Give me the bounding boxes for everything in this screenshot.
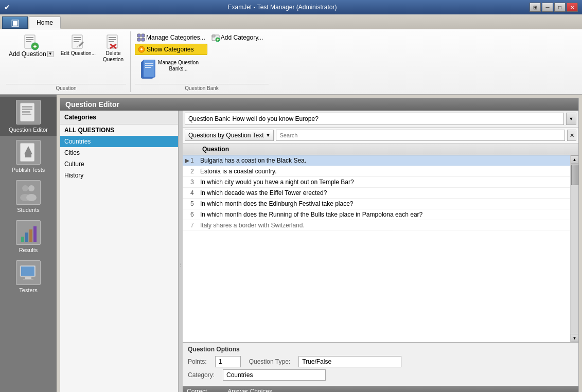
search-clear-button[interactable]: ✕ [567, 130, 576, 141]
category-input[interactable] [223, 369, 326, 381]
row-num: 3 [185, 179, 200, 186]
svg-point-44 [22, 185, 28, 191]
add-category-button[interactable]: Add Category... [209, 32, 266, 43]
add-question-button[interactable]: Add Question ▼ [6, 32, 56, 59]
svg-rect-2 [26, 39, 33, 40]
type-label: Question Type: [249, 358, 291, 365]
svg-rect-10 [74, 41, 79, 42]
manage-categories-label: Manage Categories... [146, 34, 205, 41]
filter-bar: Questions by Question Text ▼ ✕ [183, 128, 578, 144]
categories-title: Categories [60, 111, 178, 124]
close-btn[interactable]: ✕ [567, 3, 578, 12]
svg-point-45 [28, 185, 34, 191]
row-text: In which month does the Edinburgh Festiv… [200, 200, 568, 207]
category-cities[interactable]: Cities [60, 147, 178, 158]
sidebar-item-testers[interactable]: Testers [0, 257, 57, 296]
category-culture[interactable]: Culture [60, 158, 178, 170]
publish-tests-icon [16, 140, 41, 165]
scroll-down-btn[interactable]: ▼ [571, 334, 579, 342]
maximize-btn[interactable]: □ [554, 3, 566, 12]
svg-rect-8 [74, 37, 81, 38]
add-question-icon [23, 34, 39, 50]
delete-question-button[interactable]: DeleteQuestion [100, 32, 126, 64]
ribbon-group-question: Add Question ▼ [2, 31, 131, 92]
search-input[interactable] [276, 130, 565, 141]
manage-qb-icon [137, 60, 158, 80]
table-row[interactable]: 4 In which decade was the Eiffel Tower e… [183, 188, 570, 199]
testers-icon [16, 260, 41, 285]
ribbon-tab-home[interactable]: Home [29, 16, 61, 29]
svg-rect-37 [22, 106, 32, 108]
resize-handle[interactable]: ⋮ [179, 111, 183, 392]
row-text: Estonia is a coastal country. [200, 168, 568, 175]
scroll-track[interactable] [571, 164, 578, 334]
svg-rect-19 [137, 34, 140, 37]
results-icon [16, 220, 41, 245]
ribbon-content: Add Question ▼ [0, 29, 582, 94]
svg-rect-54 [25, 277, 31, 279]
filter-select[interactable]: Questions by Question Text ▼ [185, 130, 274, 141]
titlebar-grid-btn[interactable]: ⊞ [530, 3, 541, 12]
svg-rect-21 [137, 38, 140, 41]
svg-rect-15 [109, 39, 116, 40]
content-area: Question Editor Categories ALL QUESTIONS… [57, 95, 582, 392]
points-label: Points: [188, 358, 207, 365]
category-all[interactable]: ALL QUESTIONS [60, 124, 178, 136]
edit-question-icon [70, 34, 86, 50]
row-text: In which month does the Running of the B… [200, 211, 568, 218]
points-input[interactable] [215, 356, 241, 367]
qb-dropdown[interactable]: Question Bank: How well do you know Euro… [185, 113, 564, 125]
manage-qb-button[interactable]: Manage QuestionBanks... [135, 57, 201, 82]
svg-rect-33 [145, 63, 153, 64]
sidebar-item-students[interactable]: Students [0, 177, 57, 216]
svg-rect-40 [22, 114, 31, 115]
minimize-btn[interactable]: ─ [542, 3, 553, 12]
row-num: ▶ 1 [185, 157, 200, 164]
sidebar-item-results[interactable]: Results [0, 217, 57, 256]
svg-rect-26 [212, 35, 215, 37]
ribbon-app-button[interactable]: ▣ [2, 16, 28, 29]
scroll-thumb[interactable] [571, 165, 578, 185]
edit-question-button[interactable]: Edit Question... [58, 32, 98, 58]
table-row[interactable]: 5 In which month does the Edinburgh Fest… [183, 199, 570, 209]
table-row[interactable]: 2 Estonia is a coastal country. [183, 166, 570, 177]
table-row[interactable]: 3 In which city would you have a night o… [183, 177, 570, 188]
add-question-dropdown[interactable]: ▼ [47, 51, 54, 57]
category-countries[interactable]: Countries [60, 136, 178, 147]
type-input[interactable] [298, 356, 401, 367]
questions-scrollbar[interactable]: ▲ ▼ [570, 155, 578, 342]
row-num: 4 [185, 189, 200, 197]
edit-question-label: Edit Question... [61, 50, 96, 57]
add-category-label: Add Category... [221, 34, 263, 41]
table-row[interactable]: 7 Italy shares a border with Switzerland… [183, 220, 570, 231]
qbank-group-label: Question Bank [135, 84, 269, 91]
sidebar-item-question-editor[interactable]: Question Editor [0, 97, 57, 136]
svg-rect-53 [21, 266, 34, 276]
ribbon-group-qbank: Manage Categories... Show Categories [131, 31, 273, 92]
svg-rect-29 [217, 39, 218, 41]
ribbon-tabs: ▣ Home [0, 14, 582, 29]
table-row[interactable]: ▶ 1 Bulgaria has a coast on the Black Se… [183, 155, 570, 166]
table-row[interactable]: 6 In which month does the Running of the… [183, 209, 570, 220]
show-categories-button[interactable]: Show Categories [135, 44, 207, 55]
delete-question-label: DeleteQuestion [103, 50, 124, 63]
question-group-label: Question [6, 84, 126, 91]
students-icon [16, 180, 41, 205]
testers-label: Testers [19, 287, 37, 293]
svg-rect-1 [26, 37, 33, 38]
svg-rect-38 [22, 109, 32, 110]
window-title: ExamJet - Test Manager (Administrator) [35, 4, 530, 11]
svg-rect-35 [145, 67, 151, 68]
category-history[interactable]: History [60, 170, 178, 181]
qb-selector: Question Bank: How well do you know Euro… [183, 111, 578, 128]
sidebar-item-publish-tests[interactable]: Publish Tests [0, 137, 57, 176]
scroll-up-btn[interactable]: ▲ [571, 155, 579, 164]
svg-rect-6 [34, 45, 36, 48]
qb-dropdown-arrow[interactable]: ▼ [566, 113, 576, 125]
svg-rect-34 [145, 65, 153, 66]
row-text: Italy shares a border with Switzerland. [200, 222, 568, 229]
svg-rect-51 [33, 226, 37, 242]
manage-categories-button[interactable]: Manage Categories... [135, 32, 207, 43]
question-options-row-2: Category: [188, 369, 573, 381]
svg-point-24 [140, 48, 143, 50]
